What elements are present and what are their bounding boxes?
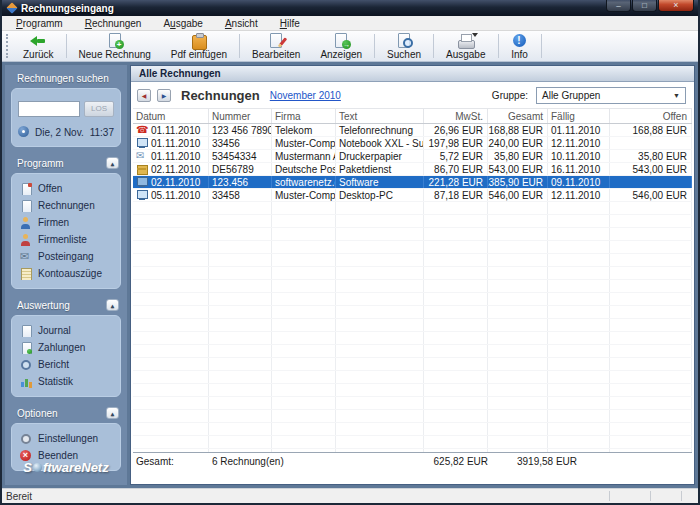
column-header-mwst[interactable]: MwSt.: [424, 109, 488, 123]
toolbar-grip[interactable]: [6, 34, 11, 58]
empty-cell: [209, 280, 272, 292]
empty-cell: [133, 345, 209, 357]
empty-cell: [336, 254, 424, 266]
sidebar-item-statistik[interactable]: Statistik: [18, 373, 114, 390]
column-header-gesamt[interactable]: Gesamt: [488, 109, 548, 123]
ausgabe-button[interactable]: Ausgabe: [436, 31, 495, 61]
table-row[interactable]: 05.11.201033458Muster-ComputerDesktop-PC…: [133, 189, 692, 202]
search-section-title: Rechnungen suchen: [17, 73, 109, 84]
neue-rechnung-button[interactable]: Neue Rechnung: [69, 31, 161, 61]
previous-month-button[interactable]: [137, 89, 151, 102]
empty-row: [133, 397, 692, 410]
table-row[interactable]: 01.11.2010123 456 7890TelekomTelefonrech…: [133, 124, 692, 137]
list-title: Rechnungen: [181, 88, 260, 103]
cell-nummer: 123 456 7890: [209, 124, 272, 136]
sidebar-item-firmenliste[interactable]: Firmenliste: [18, 231, 114, 248]
empty-row: [133, 410, 692, 423]
empty-cell: [133, 228, 209, 240]
cell-faellig: 16.11.2010: [548, 163, 610, 175]
cell-firma: Muster-Computer: [272, 137, 336, 149]
maximize-button[interactable]: [632, 0, 657, 12]
toolbar-button-label: Pdf einfügen: [171, 49, 227, 60]
sidebar-item-journal[interactable]: Journal: [18, 322, 114, 339]
sidebar-item-zahlungen[interactable]: Zahlungen: [18, 339, 114, 356]
search-input[interactable]: [18, 101, 80, 117]
period-link[interactable]: November 2010: [270, 90, 341, 101]
sidebar-item-einstellungen[interactable]: Einstellungen: [18, 430, 114, 447]
empty-cell: [488, 202, 548, 214]
empty-cell: [209, 397, 272, 409]
table-row[interactable]: 02.11.2010DE56789Deutsche PostPaketdiens…: [133, 163, 692, 176]
menu-item-ausgabe[interactable]: Ausgabe: [152, 18, 213, 29]
sidebar-item-offen[interactable]: Offen: [18, 180, 114, 197]
sidebar-item-bericht[interactable]: Bericht: [18, 356, 114, 373]
collapse-button[interactable]: [106, 407, 119, 419]
cell-datum: 02.11.2010: [133, 163, 209, 175]
cell-gesamt: 1385,90 EUR: [488, 176, 548, 188]
menu-item-ansicht[interactable]: Ansicht: [214, 18, 269, 29]
info-button[interactable]: Info: [501, 31, 539, 61]
empty-row: [133, 215, 692, 228]
empty-cell: [424, 410, 488, 422]
empty-cell: [424, 423, 488, 435]
column-header-datum[interactable]: Datum: [133, 109, 209, 123]
empty-cell: [336, 241, 424, 253]
footer-mwst-total: 625,82 EUR: [424, 456, 514, 472]
menu-item-programm[interactable]: Programm: [5, 18, 74, 29]
sidebar-item-kontoausz-ge[interactable]: Kontoauszüge: [18, 265, 114, 282]
empty-cell: [424, 254, 488, 266]
empty-cell: [209, 384, 272, 396]
phone-icon: [136, 125, 148, 136]
collapse-button[interactable]: [106, 299, 119, 311]
cell-firma: Telekom: [272, 124, 336, 136]
column-header-offen[interactable]: Offen: [610, 109, 692, 123]
column-header-firma[interactable]: Firma: [272, 109, 336, 123]
empty-cell: [209, 371, 272, 383]
sidebar-item-rechnungen[interactable]: Rechnungen: [18, 197, 114, 214]
empty-cell: [488, 319, 548, 331]
cell-nummer: 123.456: [209, 176, 272, 188]
empty-cell: [548, 215, 610, 227]
cell-datum: 01.11.2010: [133, 137, 209, 149]
table-row[interactable]: 02.11.2010123.456softwarenetz.deSoftware…: [133, 176, 692, 189]
close-button[interactable]: [658, 0, 694, 12]
empty-cell: [548, 332, 610, 344]
collapse-button[interactable]: [106, 157, 119, 169]
section-header-programm: Programm: [17, 157, 121, 169]
column-header-nummer[interactable]: Nummer: [209, 109, 272, 123]
empty-cell: [272, 254, 336, 266]
section-panel-auswertung: JournalZahlungenBerichtStatistik: [11, 315, 121, 397]
empty-cell: [488, 345, 548, 357]
empty-cell: [548, 241, 610, 253]
empty-cell: [209, 228, 272, 240]
menu-item-rechnungen[interactable]: Rechnungen: [74, 18, 153, 29]
table-row[interactable]: 01.11.201053454334Mustermann AGDruckerpa…: [133, 150, 692, 163]
zur-ck-button[interactable]: Zurück: [13, 31, 64, 61]
sidebar-item-posteingang[interactable]: Posteingang: [18, 248, 114, 265]
sidebar-item-label: Firmen: [38, 217, 69, 228]
sidebar-item-firmen[interactable]: Firmen: [18, 214, 114, 231]
column-header-faellig[interactable]: Fällig: [548, 109, 610, 123]
menu-item-hilfe[interactable]: Hilfe: [269, 18, 311, 29]
search-icon: [395, 33, 413, 48]
table-row[interactable]: 01.11.201033456Muster-ComputerNotebook X…: [133, 137, 692, 150]
cell-mwst: 197,98 EUR: [424, 137, 488, 149]
next-month-button[interactable]: [157, 89, 171, 102]
column-header-text[interactable]: Text: [336, 109, 424, 123]
group-dropdown[interactable]: Alle Gruppen: [536, 87, 686, 104]
bearbeiten-button[interactable]: Bearbeiten: [242, 31, 310, 61]
empty-cell: [133, 397, 209, 409]
empty-row: [133, 228, 692, 241]
empty-cell: [133, 384, 209, 396]
empty-cell: [424, 358, 488, 370]
suchen-button[interactable]: Suchen: [377, 31, 431, 61]
anzeigen-button[interactable]: Anzeigen: [310, 31, 372, 61]
search-go-button[interactable]: LOS: [84, 101, 114, 117]
pdf-einf-gen-button[interactable]: Pdf einfügen: [161, 31, 237, 61]
inbox-icon: [20, 251, 32, 263]
statusbar-separator: [609, 491, 610, 501]
minimize-button[interactable]: [606, 0, 631, 12]
monitor-icon: [136, 177, 148, 188]
gear-icon: [20, 433, 32, 445]
empty-cell: [488, 397, 548, 409]
